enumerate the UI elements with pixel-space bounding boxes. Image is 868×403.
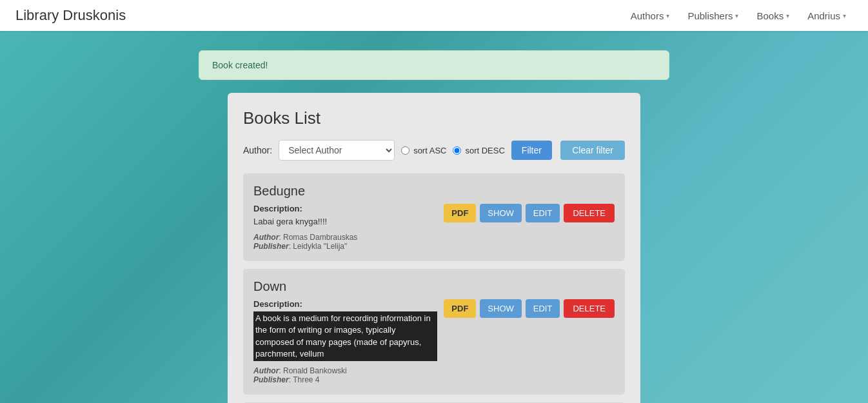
book-info-bedugne: Description: Labai gera knyga!!!! Author… (253, 204, 437, 251)
books-dropdown-arrow: ▾ (786, 12, 789, 19)
book-body-down: Description: A book is a medium for reco… (253, 299, 615, 384)
book-title-down: Down (253, 279, 615, 294)
authors-dropdown-arrow: ▾ (666, 12, 669, 19)
success-alert: Book created! (199, 50, 669, 80)
author-label-bedugne: Author (253, 233, 279, 242)
books-nav-link[interactable]: Books ▾ (750, 6, 796, 25)
sort-desc-radio[interactable] (453, 146, 461, 155)
books-list-container: Bedugne Description: Labai gera knyga!!!… (243, 173, 625, 403)
book-desc-label-bedugne: Description: (253, 204, 437, 213)
edit-button-down[interactable]: EDIT (526, 299, 560, 318)
author-value-down: Ronald Bankowski (283, 366, 347, 375)
edit-button-bedugne[interactable]: EDIT (526, 204, 560, 222)
sort-desc-label: sort DESC (465, 146, 504, 155)
book-title-bedugne: Bedugne (253, 184, 615, 199)
show-button-bedugne[interactable]: SHOW (480, 204, 521, 222)
clear-filter-button[interactable]: Clear filter (560, 141, 625, 160)
book-item-bedugne: Bedugne Description: Labai gera knyga!!!… (243, 173, 625, 261)
show-button-down[interactable]: SHOW (480, 299, 521, 318)
andrius-nav-link[interactable]: Andrius ▾ (801, 6, 853, 25)
book-desc-text-bedugne: Labai gera knyga!!!! (253, 216, 437, 228)
sort-asc-group: sort ASC (401, 146, 446, 155)
books-list-title: Books List (243, 108, 625, 128)
author-value-bedugne: Romas Dambrauskas (283, 233, 357, 242)
nav-links: Authors ▾ Publishers ▾ Books ▾ Andrius ▾ (624, 6, 853, 25)
delete-button-bedugne[interactable]: DELETE (564, 204, 615, 222)
alert-message: Book created! (212, 60, 268, 70)
author-label-down: Author (253, 366, 279, 375)
publishers-nav-link[interactable]: Publishers ▾ (681, 6, 745, 25)
author-select[interactable]: Select Author (279, 140, 395, 161)
sort-desc-group: sort DESC (453, 146, 504, 155)
book-body-bedugne: Description: Labai gera knyga!!!! Author… (253, 204, 615, 251)
sort-asc-radio[interactable] (401, 146, 409, 155)
filter-row: Author: Select Author sort ASC sort DESC… (243, 140, 625, 161)
sort-asc-label: sort ASC (413, 146, 446, 155)
filter-button[interactable]: Filter (511, 141, 552, 160)
pdf-button-bedugne[interactable]: PDF (444, 204, 476, 222)
publisher-value-down: Three 4 (293, 375, 319, 384)
book-desc-label-down: Description: (253, 299, 437, 309)
publisher-label-down: Publisher (253, 375, 289, 384)
authors-nav-link[interactable]: Authors ▾ (624, 6, 676, 25)
book-actions-bedugne: PDF SHOW EDIT DELETE (444, 204, 615, 222)
publisher-value-bedugne: Leidykla "Lelija" (293, 242, 347, 251)
publishers-dropdown-arrow: ▾ (735, 12, 738, 19)
book-meta-bedugne: Author: Romas Dambrauskas Publisher: Lei… (253, 233, 437, 251)
publisher-label-bedugne: Publisher (253, 242, 289, 251)
book-info-down: Description: A book is a medium for reco… (253, 299, 437, 384)
book-item-down: Down Description: A book is a medium for… (243, 269, 625, 395)
page-content: Book created! Books List Author: Select … (0, 31, 868, 403)
book-meta-down: Author: Ronald Bankowski Publisher: Thre… (253, 366, 437, 384)
pdf-button-down[interactable]: PDF (444, 299, 476, 318)
books-card: Books List Author: Select Author sort AS… (228, 93, 640, 403)
delete-button-down[interactable]: DELETE (564, 299, 615, 318)
book-actions-down: PDF SHOW EDIT DELETE (444, 299, 615, 318)
book-desc-text-down: A book is a medium for recording informa… (253, 311, 437, 361)
andrius-dropdown-arrow: ▾ (843, 12, 846, 19)
brand-title: Library Druskonis (15, 7, 126, 24)
author-filter-label: Author: (243, 145, 272, 155)
navbar: Library Druskonis Authors ▾ Publishers ▾… (0, 0, 868, 31)
